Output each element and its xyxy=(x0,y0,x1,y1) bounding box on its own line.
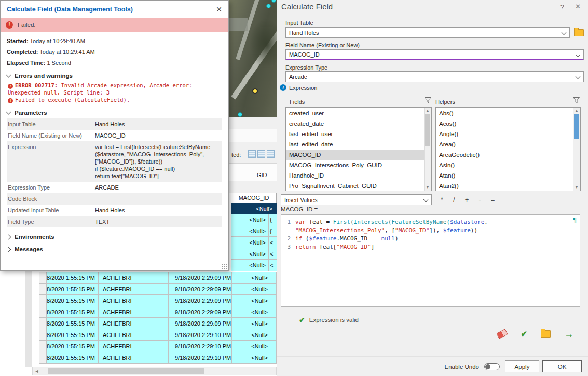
grid-cell-editor[interactable]: ACHEFBRI xyxy=(99,341,169,352)
grid-cell-partial[interactable] xyxy=(271,341,277,352)
close-icon[interactable]: ✕ xyxy=(575,3,581,10)
helpers-list-item[interactable]: Atan() xyxy=(436,170,573,181)
fields-list-item[interactable]: last_edited_user xyxy=(286,129,425,139)
grid-cell-value[interactable]: <Null> xyxy=(232,352,271,364)
insert-values-combobox[interactable]: Insert Values xyxy=(281,194,432,205)
helpers-list-item[interactable]: Abs() xyxy=(436,108,573,118)
grid-cell-partial[interactable] xyxy=(271,352,277,364)
apply-button[interactable]: Apply xyxy=(505,360,539,372)
scroll-left-button[interactable]: ◄ xyxy=(33,367,41,375)
grid-cell-date[interactable]: 9/18/2020 2:29:10 PM xyxy=(169,352,232,364)
grid-cell-editor[interactable]: ACHEFBRI xyxy=(99,318,169,329)
browse-folder-icon[interactable] xyxy=(574,29,584,36)
grid-cell[interactable]: <Null> xyxy=(231,237,268,248)
operator-equals[interactable]: = xyxy=(491,196,495,204)
grid-cell-edit-date[interactable]: 18/2020 1:55:15 PM xyxy=(47,284,99,295)
grid-cell-partial[interactable] xyxy=(271,318,277,329)
grid-cell-editor[interactable]: ACHEFBRI xyxy=(99,284,169,295)
grid-cell-editor[interactable]: ACHEFBRI xyxy=(99,272,169,284)
grid-cell-value[interactable]: <Null> xyxy=(232,341,271,352)
helpers-list-item[interactable]: Acos() xyxy=(436,118,573,129)
grid-cell-editor[interactable]: ACHEFBRI xyxy=(99,329,169,341)
chevron-right-icon[interactable] xyxy=(6,247,11,252)
ok-button[interactable]: OK xyxy=(542,360,582,372)
row-header-cell[interactable] xyxy=(39,295,47,306)
chevron-down-icon[interactable] xyxy=(562,30,567,35)
grid-cell-edit-date[interactable]: 18/2020 1:55:15 PM xyxy=(47,318,99,329)
operator-plus[interactable]: + xyxy=(465,196,469,204)
fields-list-item[interactable]: MACOG_Intersections_Poly_GUID xyxy=(286,160,425,170)
parameters-section-header[interactable]: Parameters xyxy=(7,110,222,116)
grid-cell-date[interactable]: 9/18/2020 2:29:09 PM xyxy=(169,295,232,306)
operator-minus[interactable]: - xyxy=(478,196,481,204)
chevron-down-icon[interactable] xyxy=(576,52,581,58)
map-view[interactable] xyxy=(228,0,277,117)
scroll-down-icon[interactable]: ▼ xyxy=(425,184,431,191)
grid-cell-partial[interactable] xyxy=(271,295,277,306)
fields-scrollbar[interactable]: ▲ ▼ xyxy=(424,108,431,191)
arcade-format-icon[interactable]: ¶ xyxy=(573,216,577,224)
grid-cell-value[interactable]: <Null> xyxy=(232,284,271,295)
grid-cell[interactable]: <Null> xyxy=(231,248,268,260)
chevron-right-icon[interactable] xyxy=(6,234,11,239)
grid-cell-partial[interactable]: < xyxy=(268,237,277,248)
grid-cell-partial[interactable] xyxy=(271,284,277,295)
helpers-list-item[interactable]: Atan2() xyxy=(436,181,573,191)
chevron-down-icon[interactable] xyxy=(6,110,11,115)
horizontal-scrollbar[interactable]: ◄ xyxy=(32,367,277,375)
chevron-down-icon[interactable] xyxy=(6,73,11,78)
help-icon[interactable]: ? xyxy=(560,3,564,11)
grid-cell-editor[interactable]: ACHEFBRI xyxy=(99,306,169,318)
grid-cell-edit-date[interactable]: 18/2020 1:55:15 PM xyxy=(47,306,99,318)
grid-cell-value[interactable]: <Null> xyxy=(232,295,271,306)
grid-cell-edit-date[interactable]: 18/2020 1:55:15 PM xyxy=(47,341,99,352)
grid-cell-editor[interactable]: ACHEFBRI xyxy=(99,352,169,364)
row-header-cell[interactable] xyxy=(39,272,47,284)
grid-cell-partial[interactable] xyxy=(271,272,277,284)
row-header-cell[interactable] xyxy=(39,318,47,329)
grid-cell-partial[interactable] xyxy=(271,306,277,318)
helpers-scrollbar[interactable]: ▲ ▼ xyxy=(573,108,580,191)
scrollbar-thumb[interactable] xyxy=(48,368,204,374)
grid-cell-edit-date[interactable]: 18/2020 1:55:15 PM xyxy=(47,272,99,284)
grid-cell-date[interactable]: 9/18/2020 2:29:10 PM xyxy=(169,341,232,352)
table-tool-icon[interactable] xyxy=(257,150,265,158)
fields-list-item[interactable]: created_user xyxy=(286,108,425,118)
environments-section-header[interactable]: Environments xyxy=(7,234,222,240)
grid-cell-date[interactable]: 9/18/2020 2:29:10 PM xyxy=(169,329,232,341)
export-expression-icon[interactable]: → xyxy=(564,330,573,338)
field-name-combobox[interactable]: MACOG_ID xyxy=(285,49,584,60)
enable-undo-toggle[interactable] xyxy=(484,363,500,370)
table-tool-icon[interactable] xyxy=(267,150,275,158)
grid-cell-date[interactable]: 9/18/2020 2:29:09 PM xyxy=(169,284,232,295)
row-header-cell[interactable] xyxy=(39,284,47,295)
grid-cell-value[interactable]: <Null> xyxy=(232,272,271,284)
errors-section-header[interactable]: Errors and warnings xyxy=(7,73,222,79)
grid-cell[interactable]: <Null> xyxy=(231,214,268,225)
fields-list-item[interactable]: created_date xyxy=(286,118,425,129)
close-icon[interactable]: ✕ xyxy=(216,5,222,14)
grid-cell-partial[interactable]: < xyxy=(268,248,277,260)
verify-expression-icon[interactable]: ✔ xyxy=(521,329,527,339)
chevron-down-icon[interactable] xyxy=(576,74,581,79)
grid-cell-edit-date[interactable]: 18/2020 1:55:15 PM xyxy=(47,295,99,306)
column-header-macog-id[interactable]: MACOG_ID xyxy=(231,193,277,203)
import-expression-folder-icon[interactable] xyxy=(541,330,551,338)
messages-section-header[interactable]: Messages xyxy=(7,246,222,252)
grid-cell-edit-date[interactable]: 18/2020 1:55:15 PM xyxy=(47,352,99,364)
expression-type-combobox[interactable]: Arcade xyxy=(285,71,584,82)
operator-multiply[interactable]: * xyxy=(441,196,443,204)
map-feature-point[interactable] xyxy=(271,0,276,3)
scroll-down-icon[interactable]: ▼ xyxy=(573,184,580,191)
grid-cell-value[interactable]: <Null> xyxy=(232,306,271,318)
map-feature-point[interactable] xyxy=(266,4,271,8)
grid-cell-partial[interactable]: { xyxy=(268,214,277,225)
table-tool-icon[interactable] xyxy=(248,150,256,158)
clear-expression-icon[interactable] xyxy=(497,329,508,339)
grid-cell-value[interactable]: <Null> xyxy=(232,318,271,329)
operator-divide[interactable]: / xyxy=(453,196,455,204)
scroll-up-icon[interactable]: ▲ xyxy=(573,108,580,114)
scroll-up-icon[interactable]: ▲ xyxy=(425,108,431,114)
grid-cell-editor[interactable]: ACHEFBRI xyxy=(99,295,169,306)
fields-list-item[interactable]: MACOG_ID xyxy=(286,150,425,160)
